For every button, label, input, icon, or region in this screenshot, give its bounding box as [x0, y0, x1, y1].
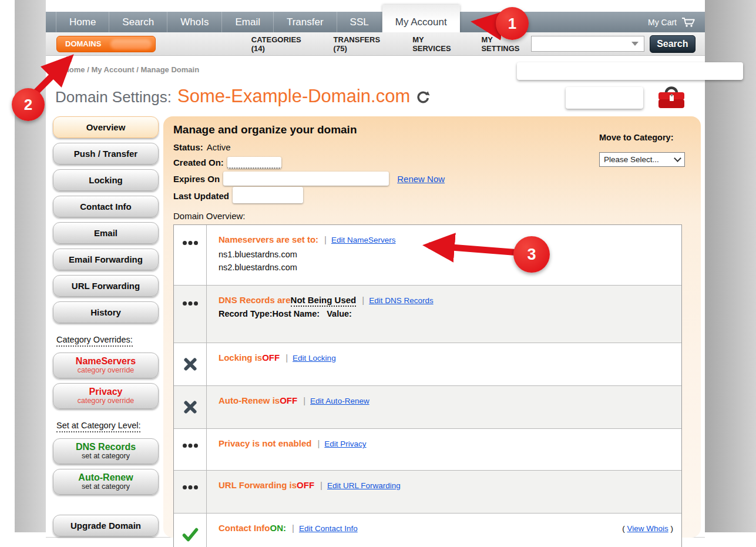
- sidebar-item-email-forwarding[interactable]: Email Forwarding: [53, 249, 159, 270]
- move-to-category: Move to Category: Please Select...: [599, 133, 687, 167]
- button-sublabel: category override: [78, 367, 135, 375]
- button-label: NameServers: [76, 356, 136, 367]
- top-nav-tabs: HomeSearchWhoIsEmailTransferSSLMy Accoun…: [46, 12, 460, 32]
- pending-dots-icon: [174, 471, 207, 513]
- created-label: Created On:: [173, 157, 224, 167]
- set-at-category-header: Set at Category Level:: [56, 421, 140, 432]
- top-nav-tab-email[interactable]: Email: [222, 12, 274, 32]
- edit-locking-link[interactable]: Edit Locking: [293, 354, 336, 363]
- overview-row-body: Auto-Renew is OFF|Edit Auto-Renew: [207, 386, 681, 428]
- sidebar: OverviewPush / TransferLockingContact In…: [53, 116, 159, 541]
- sidebar-item-nameservers[interactable]: NameServerscategory override: [53, 353, 159, 378]
- breadcrumb[interactable]: ⌂ Home / My Account / Manage Domain: [55, 65, 199, 74]
- overview-row-title: Nameservers are set to:|Edit NameServers: [219, 234, 672, 244]
- sidebar-item-auto-renew[interactable]: Auto-Renewset at category: [53, 469, 159, 495]
- edit-dns-records-link[interactable]: Edit DNS Records: [369, 296, 434, 305]
- view-whois-note: ( View Whois ): [622, 524, 673, 533]
- overview-row-title: Auto-Renew is OFF|Edit Auto-Renew: [219, 395, 672, 405]
- subnav-item-transfers[interactable]: TRANSFERS (75): [334, 35, 394, 53]
- button-label: DNS Records: [76, 442, 136, 452]
- redacted-updated-date: [233, 187, 303, 203]
- overview-row-body: Contact Info ON:|Edit Contact Info( View…: [207, 514, 681, 547]
- top-nav-tab-ssl[interactable]: SSL: [337, 12, 382, 32]
- chevron-down-icon: [631, 42, 639, 46]
- main-content: Manage and organize your domain Status: …: [173, 123, 684, 547]
- title-text: Not Being Used: [291, 295, 357, 307]
- title-text: Auto-Renew is: [219, 395, 280, 405]
- domain-search-combobox[interactable]: [531, 36, 644, 52]
- edit-auto-renew-link[interactable]: Edit Auto-Renew: [310, 397, 369, 405]
- page-body: HomeSearchWhoIsEmailTransferSSLMy Accoun…: [46, 0, 705, 538]
- on-check-icon: [174, 514, 207, 547]
- refresh-icon[interactable]: [416, 90, 430, 106]
- sidebar-item-overview[interactable]: Overview: [53, 116, 159, 138]
- overview-row-title: URL Forwarding is OFF|Edit URL Forwardin…: [219, 480, 672, 490]
- overview-row: DNS Records are Not Being Used|Edit DNS …: [174, 285, 681, 343]
- title-text: ON:: [270, 523, 287, 533]
- overview-row: Auto-Renew is OFF|Edit Auto-Renew: [174, 385, 681, 428]
- sidebar-item-history[interactable]: History: [53, 301, 159, 323]
- redacted-box-top: [517, 62, 743, 80]
- top-nav-tab-my-account[interactable]: My Account: [382, 5, 460, 32]
- domain-overview-label: Domain Overview:: [173, 211, 684, 221]
- redacted-expires-date: [223, 172, 389, 186]
- edit-privacy-link[interactable]: Edit Privacy: [324, 439, 366, 448]
- sidebar-item-email[interactable]: Email: [53, 222, 159, 244]
- overview-row-title: DNS Records are Not Being Used|Edit DNS …: [219, 295, 672, 307]
- sidebar-item-push-transfer[interactable]: Push / Transfer: [53, 143, 159, 165]
- expires-label: Expires On: [173, 174, 220, 184]
- move-to-category-label: Move to Category:: [599, 133, 687, 142]
- top-nav-tab-home[interactable]: Home: [56, 12, 109, 32]
- sidebar-item-contact-info[interactable]: Contact Info: [53, 196, 159, 217]
- edit-contact-info-link[interactable]: Edit Contact Info: [299, 524, 358, 533]
- annotation-2: 2: [12, 88, 45, 121]
- title-text: Contact Info: [219, 523, 270, 533]
- toolbox-icon[interactable]: [657, 85, 686, 113]
- sidebar-item-locking[interactable]: Locking: [53, 169, 159, 191]
- chevron-down-icon: [674, 155, 681, 162]
- overview-row-body: Privacy is not enabled|Edit Privacy: [207, 429, 681, 470]
- sidebar-item-url-forwarding[interactable]: URL Forwarding: [53, 275, 159, 297]
- my-cart-button[interactable]: My Cart: [648, 12, 695, 32]
- button-label: Auto-Renew: [78, 472, 133, 483]
- overview-row: Locking is OFF|Edit Locking: [174, 343, 681, 385]
- nameserver-list: ns1.bluestardns.comns2.bluestardns.com: [219, 249, 672, 274]
- move-to-category-select[interactable]: Please Select...: [599, 152, 685, 167]
- subnav-item-my-services[interactable]: MY SERVICES: [412, 35, 462, 53]
- overview-row-title: Privacy is not enabled|Edit Privacy: [219, 438, 672, 448]
- off-x-icon: [174, 343, 207, 385]
- top-navigation: HomeSearchWhoIsEmailTransferSSLMy Accoun…: [46, 12, 705, 32]
- breadcrumb-text: Home / My Account / Manage Domain: [63, 65, 199, 74]
- top-nav-tab-search[interactable]: Search: [109, 12, 167, 32]
- view-whois-link[interactable]: View Whois: [627, 524, 668, 533]
- sidebar-item-upgrade-domain[interactable]: Upgrade Domain: [53, 515, 159, 536]
- separator: |: [320, 480, 322, 490]
- domains-label: DOMAINS: [65, 39, 101, 48]
- overview-row-title: Contact Info ON:|Edit Contact Info: [219, 523, 672, 533]
- top-nav-tab-whois[interactable]: WhoIs: [167, 12, 222, 32]
- category-overrides-header: Category Overrides:: [56, 335, 133, 347]
- separator: |: [317, 438, 320, 448]
- updated-line: Last Updated: [173, 189, 684, 203]
- updated-label: Last Updated: [173, 191, 229, 201]
- overview-row: Privacy is not enabled|Edit Privacy: [174, 428, 681, 470]
- button-sublabel: category override: [78, 397, 135, 405]
- pending-dots-icon: [174, 225, 207, 285]
- annotation-3: 3: [513, 236, 550, 273]
- edit-nameservers-link[interactable]: Edit NameServers: [331, 236, 396, 244]
- top-nav-tab-transfer[interactable]: Transfer: [274, 12, 337, 32]
- overview-row-body: Nameservers are set to:|Edit NameServers…: [207, 225, 681, 285]
- renew-now-link[interactable]: Renew Now: [397, 174, 445, 184]
- subnav-item-domains[interactable]: DOMAINS: [56, 36, 156, 52]
- subnav-item-categories[interactable]: CATEGORIES (14): [251, 35, 315, 53]
- search-button[interactable]: Search: [650, 35, 695, 53]
- page-root: HomeSearchWhoIsEmailTransferSSLMy Accoun…: [0, 0, 756, 547]
- title-text: Privacy is not enabled: [219, 438, 311, 448]
- selected-option: Please Select...: [604, 155, 659, 164]
- edit-url-forwarding-link[interactable]: Edit URL Forwarding: [327, 481, 401, 490]
- sidebar-item-privacy[interactable]: Privacycategory override: [53, 383, 159, 409]
- redacted-created-date: [227, 157, 281, 169]
- sidebar-item-dns-records[interactable]: DNS Recordsset at category: [53, 438, 159, 464]
- separator: |: [303, 395, 305, 405]
- expires-line: Expires On Renew Now: [173, 172, 684, 186]
